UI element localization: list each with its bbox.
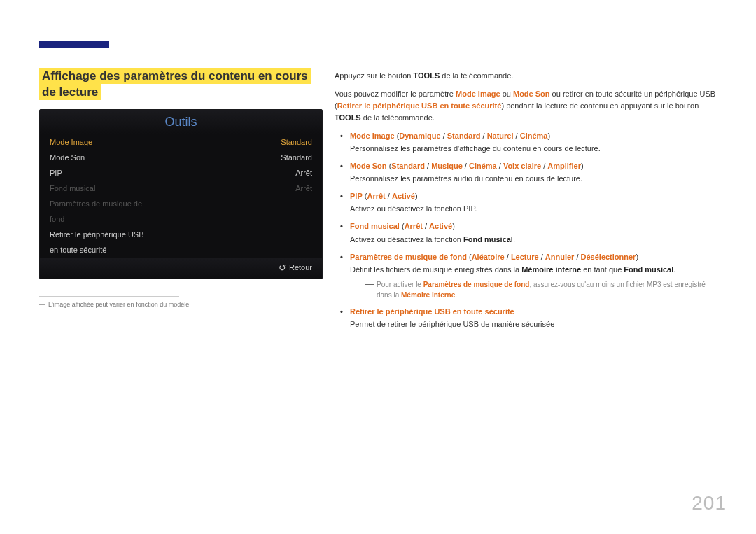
slash: / xyxy=(497,162,503,170)
item-retirer-usb: Retirer le périphérique USB en toute séc… xyxy=(335,306,718,330)
osd-row-params-line1: Paramètres de musique de xyxy=(40,196,322,211)
note-b: Paramètres de musique de fond xyxy=(424,281,530,288)
item-mode-image: Mode Image (Dynamique / Standard / Natur… xyxy=(335,130,718,155)
intro2-mode-image: Mode Image xyxy=(456,90,500,98)
return-icon: ↺ xyxy=(279,262,286,273)
intro-line-2: Vous pouvez modifier le paramètre Mode I… xyxy=(335,88,718,124)
intro2-e: de la télécommande. xyxy=(361,113,435,122)
intro2-b: ou xyxy=(500,90,513,98)
desc-c: en tant que xyxy=(581,265,624,274)
settings-list: Mode Image (Dynamique / Standard / Natur… xyxy=(335,130,718,330)
note-e: . xyxy=(455,291,457,299)
intro1-bold: TOOLS xyxy=(414,71,440,80)
item-mode-son: Mode Son (Standard / Musique / Cinéma / … xyxy=(335,160,718,185)
intro2-tools: TOOLS xyxy=(335,113,361,122)
osd-row-retirer-usb-line2[interactable]: en toute sécurité xyxy=(40,242,322,258)
osd-footer-label: Retour xyxy=(289,263,312,272)
opt: Standard xyxy=(447,132,481,140)
opt: Aléatoire xyxy=(472,253,505,261)
slash: / xyxy=(539,253,545,261)
intro1-pre: Appuyez sur le bouton xyxy=(335,71,414,80)
item-fond-musical: Fond musical (Arrêt / Activé) Activez ou… xyxy=(335,220,718,245)
slash: / xyxy=(386,192,392,200)
osd-row-retirer-usb-line1[interactable]: Retirer le périphérique USB xyxy=(40,227,322,242)
setting-name: Mode Image xyxy=(350,132,395,140)
setting-desc: Activez ou désactivez la fonction PIP. xyxy=(350,203,718,215)
paren: ) xyxy=(581,162,584,170)
item-params-musique: Paramètres de musique de fond (Aléatoire… xyxy=(335,251,718,300)
setting-desc: Personnalisez les paramètres d'affichage… xyxy=(350,143,718,155)
osd-row-label: Retirer le périphérique USB xyxy=(50,230,144,239)
opt: Arrêt xyxy=(367,192,385,200)
opt: Activé xyxy=(429,222,452,230)
opt: Standard xyxy=(391,162,425,170)
osd-row-label: PIP xyxy=(50,169,62,177)
note-a: Pour activer le xyxy=(377,281,424,288)
opt: Naturel xyxy=(487,132,514,140)
paren: ) xyxy=(415,192,418,200)
setting-name: Fond musical xyxy=(350,222,400,230)
paren: ) xyxy=(636,253,638,261)
slash: / xyxy=(425,162,431,170)
slash: / xyxy=(423,222,429,230)
osd-row-label: Mode Son xyxy=(50,153,85,162)
footnote-dash: ― xyxy=(39,301,46,308)
setting-desc: Activez ou désactivez la fonction Fond m… xyxy=(350,234,718,246)
osd-title: Outils xyxy=(40,110,322,134)
osd-row-value: Arrêt xyxy=(295,169,312,177)
paren: ) xyxy=(547,132,550,140)
opt: Désélectionner xyxy=(581,253,636,261)
desc-b: Mémoire interne xyxy=(522,265,581,274)
slash: / xyxy=(514,132,520,140)
setting-desc: Permet de retirer le périphérique USB de… xyxy=(350,318,718,330)
setting-desc: Personnalisez les paramètres audio du co… xyxy=(350,173,718,185)
opt: Arrêt xyxy=(405,222,423,230)
slash: / xyxy=(505,253,511,261)
osd-row-label: Paramètres de musique de xyxy=(50,199,142,208)
setting-name: PIP xyxy=(350,192,363,200)
intro2-a: Vous pouvez modifier le paramètre xyxy=(335,90,456,98)
note-d: Mémoire interne xyxy=(401,291,455,299)
opt: Amplifier xyxy=(547,162,581,170)
opt: Dynamique xyxy=(399,132,440,140)
intro1-post: de la télécommande. xyxy=(440,71,513,80)
setting-name: Mode Son xyxy=(350,162,387,170)
footnote: ―L'image affichée peut varier en fonctio… xyxy=(39,301,323,308)
desc-e: . xyxy=(673,265,676,274)
footnote-text: L'image affichée peut varier en fonction… xyxy=(48,301,191,308)
osd-footer: ↺Retour xyxy=(40,258,322,279)
desc-b: Fond musical xyxy=(463,235,513,244)
intro2-d: ) pendant la lecture de contenu en appuy… xyxy=(501,101,699,110)
slash: / xyxy=(463,162,469,170)
osd-row-value: Standard xyxy=(281,138,312,146)
osd-row-fond-musical: Fond musical Arrêt xyxy=(40,181,322,196)
right-column: Appuyez sur le bouton TOOLS de la téléco… xyxy=(335,70,718,336)
osd-row-mode-image[interactable]: Mode Image Standard xyxy=(40,134,322,150)
desc-d: Fond musical xyxy=(624,265,673,274)
slash: / xyxy=(441,132,447,140)
osd-panel: Outils Mode Image Standard Mode Son Stan… xyxy=(39,109,323,279)
left-column: Affichage des paramètres du contenu en c… xyxy=(39,69,323,308)
footnote-rule xyxy=(39,296,179,297)
osd-row-label: en toute sécurité xyxy=(50,246,106,254)
opt: Cinéma xyxy=(469,162,497,170)
osd-row-label: Fond musical xyxy=(50,184,95,192)
osd-row-mode-son[interactable]: Mode Son Standard xyxy=(40,150,322,165)
osd-row-pip[interactable]: PIP Arrêt xyxy=(40,165,322,181)
setting-desc: Définit les fichiers de musique enregist… xyxy=(350,264,718,276)
slash: / xyxy=(541,162,547,170)
osd-row-value: Arrêt xyxy=(295,184,312,192)
osd-row-params-line2: fond xyxy=(40,211,322,227)
opt: Musique xyxy=(431,162,463,170)
opt: Cinéma xyxy=(520,132,548,140)
intro2-retirer: Retirer le périphérique USB en toute séc… xyxy=(337,101,502,110)
opt: Activé xyxy=(392,192,415,200)
header-rule xyxy=(39,48,727,48)
desc-c: . xyxy=(513,235,515,244)
setting-name: Retirer le périphérique USB en toute séc… xyxy=(350,307,514,316)
desc-a: Définit les fichiers de musique enregist… xyxy=(350,265,522,274)
osd-row-label: Mode Image xyxy=(50,138,92,146)
page-number: 201 xyxy=(692,492,727,514)
intro-line-1: Appuyez sur le bouton TOOLS de la téléco… xyxy=(335,70,718,82)
slash: / xyxy=(574,253,580,261)
